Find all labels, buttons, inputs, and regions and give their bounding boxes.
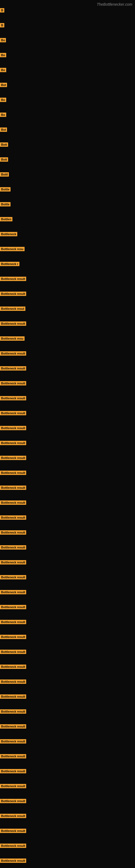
badge-label: B [0,8,4,12]
badge-item: Bottleneck resu [0,247,25,252]
badge-label: Bott [0,143,8,147]
badge-item: Bottleneck resu [0,336,25,342]
badge-item: Bottleneck result [0,635,26,640]
badge-label: Bottleneck result [0,291,26,296]
badge-label: Bottleneck result [0,441,26,445]
badge-item: Bottleneck [0,232,17,237]
badge-label: Bottleneck result [0,277,26,281]
badge-label: Bottleneck result [0,694,26,699]
badge-label: Bottleneck result [0,635,26,639]
badge-label: Bottleneck result [0,351,26,355]
badge-label: Bot [0,83,7,87]
badge-label: Bottleneck result [0,664,26,669]
badge-item: Bottleneck result [0,456,26,461]
badge-label: Bo [0,53,6,57]
badge-item: Bottleneck result [0,441,26,446]
badge-label: Bottleneck result [0,545,26,550]
badge-item: Bottle [0,202,10,208]
badge-item: Bottleneck result [0,277,26,282]
badge-item: Bottleneck result [0,859,26,864]
badge-item: Bottleneck result [0,605,26,610]
badge-label: Bott [0,157,8,162]
badge-label: Bottlen [0,217,12,221]
badge-label: Bottleneck result [0,844,26,848]
badge-label: Bo [0,113,6,117]
badge-item: Bottleneck result [0,575,26,581]
badge-label: Bottleneck result [0,411,26,415]
badge-label: Bottleneck result [0,516,26,520]
badge-item: Bottleneck result [0,754,26,760]
badge-item: Bottleneck result [0,516,26,521]
badge-item: Bottl [0,172,9,178]
badge-label: Bottleneck result [0,471,26,475]
badge-label: Bottleneck result [0,829,26,833]
badge-item: Bo [0,38,6,43]
badge-item: Bottleneck result [0,680,26,685]
badge-item: Bottleneck result [0,471,26,476]
badge-label: Bottleneck result [0,381,26,385]
badge-label: Bottleneck resul [0,307,26,311]
badge-item: Bottleneck result [0,694,26,700]
badge-item: Bottleneck result [0,784,26,789]
badge-item: Bottleneck result [0,560,26,565]
badge-label: Bottleneck result [0,859,26,863]
badge-item: Bottleneck result [0,486,26,491]
badge-label: Bottleneck result [0,560,26,564]
badge-label: Bottleneck [0,232,17,236]
badge-label: Bottle [0,202,10,207]
badge-label: Bottl [0,172,9,177]
badge-label: Bo [0,68,6,72]
badge-label: Bottleneck result [0,754,26,758]
badge-label: Bottleneck result [0,799,26,803]
badge-item: Bottleneck result [0,411,26,416]
badge-item: Bottleneck result [0,530,26,536]
badge-label: Bottleneck result [0,620,26,624]
badge-label: Bottleneck result [0,321,26,326]
badge-item: Bo [0,98,6,103]
badge-label: Bottleneck result [0,590,26,594]
badge-item: Bottleneck result [0,769,26,774]
badge-label: B [0,23,4,27]
badge-label: Bottleneck resu [0,336,25,341]
badge-item: Bottleneck result [0,381,26,386]
badge-item: Bottleneck result [0,709,26,715]
badge-item: Bottleneck result [0,844,26,849]
badge-label: Bot [0,127,7,132]
badge-label: Bottleneck result [0,709,26,714]
badge-item: B [0,8,4,13]
badge-label: Bottleneck result [0,500,26,505]
badge-item: Bottleneck result [0,814,26,819]
badge-item: Bottleneck result [0,500,26,506]
badge-label: Bottleneck result [0,650,26,654]
badge-label: Bottleneck result [0,530,26,535]
badge-item: Bo [0,113,6,118]
badge-label: Bottleneck result [0,456,26,460]
badge-item: B [0,23,4,29]
badge-item: Bottleneck result [0,426,26,431]
badge-label: Bottleneck result [0,769,26,773]
badge-item: Bottleneck r [0,262,19,267]
badge-label: Bottleneck result [0,605,26,609]
badge-item: Bottleneck result [0,724,26,730]
badge-item: Bottle [0,187,10,193]
badge-item: Bottleneck result [0,590,26,595]
badge-item: Bott [0,143,8,148]
badge-item: Bottleneck result [0,545,26,551]
badge-item: Bottleneck result [0,351,26,357]
badge-item: Bottlen [0,217,12,222]
badge-item: Bottleneck result [0,366,26,372]
badge-label: Bottleneck result [0,814,26,818]
badge-item: Bottleneck result [0,799,26,804]
badge-label: Bo [0,98,6,102]
badge-label: Bottleneck result [0,784,26,788]
badge-label: Bottleneck result [0,396,26,400]
badge-label: Bottleneck result [0,486,26,490]
badge-label: Bottleneck r [0,262,19,266]
badge-label: Bottle [0,187,10,191]
badge-item: Bo [0,68,6,73]
badge-label: Bottleneck result [0,366,26,371]
badge-label: Bo [0,38,6,42]
badge-item: Bott [0,157,8,163]
badge-item: Bottleneck result [0,321,26,327]
badge-item: Bottleneck result [0,650,26,655]
